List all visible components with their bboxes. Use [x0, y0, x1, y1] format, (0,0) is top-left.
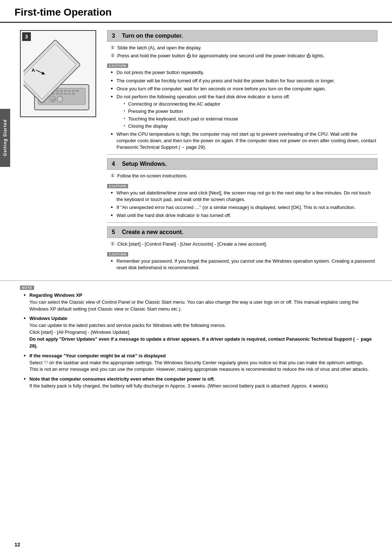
hdd-icon — [267, 94, 270, 100]
section3-title: Turn on the computer. — [122, 33, 183, 39]
section5-steps: Click [start] - [Control Panel] - [User … — [107, 241, 377, 247]
section4-step1: Follow the on-screen instructions. — [111, 173, 377, 179]
svg-text:⏻: ⏻ — [51, 98, 55, 101]
section3-caution-badge: CAUTION — [107, 61, 377, 69]
list-item: Wait until the hard disk drive indicator… — [111, 212, 377, 219]
svg-rect-6 — [56, 90, 59, 92]
svg-rect-17 — [60, 93, 63, 95]
note-bullet-list: Regarding Windows XP You can select the … — [20, 292, 377, 390]
svg-text:A: A — [32, 67, 35, 73]
power-icon: ⏻ — [187, 53, 191, 59]
list-item: When you set date/time/time zone and cli… — [111, 190, 377, 203]
note-item-2-text: You can update to the latest patches and… — [29, 323, 372, 349]
note-item-2-bold: Do not apply "Driver Updates" even if a … — [29, 336, 372, 349]
svg-rect-11 — [76, 90, 79, 92]
list-item: The computer will be forcibly turned off… — [111, 78, 377, 84]
left-image-col: 3 — [20, 30, 100, 273]
section4-caution-list: When you set date/time/time zone and cli… — [107, 190, 377, 219]
svg-rect-8 — [64, 90, 67, 92]
section5-step-num: 5 — [112, 229, 118, 235]
section4-caution-badge: CAUTION — [107, 182, 377, 190]
note-section: NOTE Regarding Windows XP You can select… — [0, 280, 392, 396]
list-item: Do not press the power button repeatedly… — [111, 69, 377, 76]
svg-rect-18 — [64, 93, 67, 95]
right-content-col: 3 Turn on the computer. Slide the latch … — [107, 30, 377, 273]
section4-step-num: 4 — [112, 161, 118, 167]
section5-caution-badge: CAUTION — [107, 250, 377, 258]
side-tab-label: Getting Started — [3, 119, 8, 156]
note-item-1-text: You can select the Classic view of Contr… — [29, 299, 359, 312]
note-item-4-text: If the battery pack is fully charged, th… — [29, 383, 328, 389]
note-item-1-label: Regarding Windows XP — [29, 292, 82, 298]
list-item: Connecting or disconnecting the AC adapt… — [124, 101, 377, 107]
section3-step1: Slide the latch (A), and open the displa… — [111, 45, 377, 51]
note-item-3-text: Select on the taskbar and make the appro… — [29, 360, 369, 372]
section5-caution-list: Remember your password. If you forget th… — [107, 258, 377, 271]
note-badge: NOTE — [20, 286, 34, 290]
divider1 — [107, 154, 377, 155]
section3-header: 3 Turn on the computer. — [107, 30, 377, 42]
list-item: Pressing the power button — [124, 108, 377, 115]
svg-rect-16 — [56, 93, 59, 95]
note-item-2-label: Windows Update — [29, 316, 68, 321]
divider2 — [107, 222, 377, 223]
step-image-badge: 3 — [22, 32, 31, 41]
svg-rect-7 — [60, 90, 63, 92]
section4-header: 4 Setup Windows. — [107, 158, 377, 170]
laptop-illustration: ⏻ A — [24, 34, 93, 114]
svg-rect-20 — [72, 93, 75, 95]
section3-caution-list: Do not press the power button repeatedly… — [107, 69, 377, 151]
list-item: Remember your password. If you forget th… — [111, 258, 377, 271]
section4-steps: Follow the on-screen instructions. — [107, 173, 377, 179]
section3-step-num: 3 — [112, 33, 118, 39]
note-item-3-label: If the message "Your computer might be a… — [29, 353, 166, 358]
list-item: Windows Update You can update to the lat… — [24, 315, 377, 349]
section3-steps: Slide the latch (A), and open the displa… — [107, 45, 377, 59]
list-item: Regarding Windows XP You can select the … — [24, 292, 377, 313]
main-content: 3 — [0, 23, 392, 280]
getting-started-tab: Getting Started — [0, 109, 10, 167]
list-item: Closing the display — [124, 123, 377, 130]
page-title: First-time Operation — [15, 7, 377, 18]
section3-step2: Press and hold the power button ⏻ for ap… — [111, 53, 377, 59]
svg-rect-9 — [68, 90, 71, 92]
power-indicator-icon: ⏻ — [306, 53, 311, 59]
section5-header: 5 Create a new account. — [107, 226, 377, 238]
list-item: Touching the keyboard, touch pad or exte… — [124, 116, 377, 122]
section4-title: Setup Windows. — [122, 161, 167, 167]
list-item: If the message "Your computer might be a… — [24, 353, 377, 373]
section5-title: Create a new account. — [122, 229, 183, 235]
page-number: 12 — [15, 542, 20, 547]
section3-sub-list: Connecting or disconnecting the AC adapt… — [117, 101, 377, 130]
list-item: When the CPU temperature is high, the co… — [111, 131, 377, 151]
note-item-4-label: Note that the computer consumes electric… — [29, 376, 215, 382]
list-item: Do not perform the following operation u… — [111, 94, 377, 130]
list-item: Note that the computer consumes electric… — [24, 376, 377, 390]
step-image-box: 3 — [20, 30, 96, 117]
section5-step1: Click [start] - [Control Panel] - [User … — [111, 241, 377, 247]
list-item: If "An unexpected error has occurred …" … — [111, 204, 377, 211]
page-title-bar: First-time Operation — [0, 0, 392, 23]
svg-rect-10 — [72, 90, 75, 92]
svg-point-23 — [57, 96, 63, 102]
hdd-icon2 — [196, 213, 200, 219]
list-item: Once you turn off the computer, wait for… — [111, 86, 377, 92]
shield-icon — [44, 360, 48, 366]
svg-rect-19 — [68, 93, 71, 95]
